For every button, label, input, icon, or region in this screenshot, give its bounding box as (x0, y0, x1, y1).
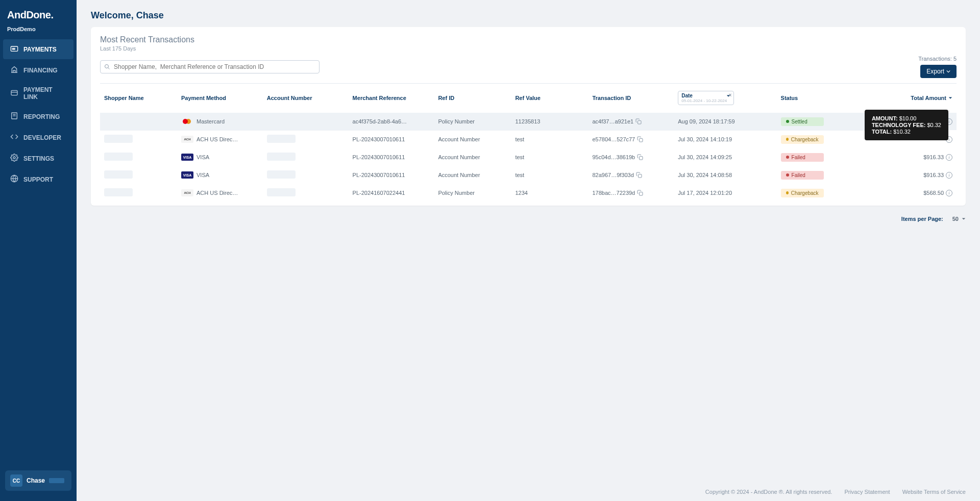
sidebar-item-settings[interactable]: SETTINGS (3, 148, 74, 168)
merchant-ref-value: PL-20241607022441 (349, 184, 434, 202)
info-icon[interactable]: i (946, 190, 952, 196)
globe-icon (10, 174, 18, 184)
status-badge: Settled (781, 117, 824, 126)
status-badge: Chargeback (781, 135, 824, 144)
shopper-redacted (104, 153, 133, 161)
ref-id-value: Policy Number (434, 184, 511, 202)
search-icon (104, 64, 110, 70)
copy-icon[interactable] (636, 172, 642, 178)
date-value: Jul 30, 2024 14:10:19 (674, 131, 776, 148)
sidebar-item-payments[interactable]: PAYMENTS (3, 39, 74, 59)
table-row[interactable]: VISAVISA PL-20243007010611 Account Numbe… (100, 166, 957, 184)
amount-value: $916.33 (923, 172, 944, 178)
svg-rect-15 (640, 157, 643, 160)
copy-icon[interactable] (635, 118, 642, 124)
svg-line-12 (108, 68, 110, 69)
svg-point-2 (14, 48, 15, 49)
date-value: Jul 17, 2024 12:01:20 (674, 184, 776, 202)
export-label: Export (926, 68, 944, 75)
table-row[interactable]: Mastercard ac4f375d-2ab8-4a6… Policy Num… (100, 113, 957, 131)
chevron-down-icon (946, 69, 950, 73)
clear-date-icon[interactable]: × (728, 92, 731, 98)
payment-method-value: Mastercard (197, 118, 225, 124)
copy-icon[interactable] (637, 190, 643, 196)
pager: Items per Page: 50 (77, 206, 980, 232)
col-payment-method[interactable]: Payment Method (177, 84, 263, 113)
terms-link[interactable]: Website Terms of Service (902, 489, 966, 495)
ref-id-value: Account Number (434, 148, 511, 166)
items-per-page-label: Items per Page: (901, 216, 943, 222)
page-title: Welcome, Chase (77, 0, 980, 27)
copy-icon[interactable] (637, 154, 643, 160)
sidebar-item-financing[interactable]: FINANCING (3, 60, 74, 80)
col-ref-id[interactable]: Ref ID (434, 84, 511, 113)
sidebar-item-reporting[interactable]: REPORTING (3, 107, 74, 127)
col-transaction-id[interactable]: Transaction ID (588, 84, 674, 113)
col-shopper[interactable]: Shopper Name (100, 84, 177, 113)
account-redacted (267, 170, 296, 179)
main: Welcome, Chase Most Recent Transactions … (77, 0, 980, 501)
ref-value: 1234 (511, 184, 588, 202)
merchant-ref-value: PL-20243007010611 (349, 131, 434, 148)
table-row[interactable]: ACHACH US Direc… PL-20243007010611 Accou… (100, 131, 957, 148)
table-row[interactable]: ACHACH US Direc… PL-20241607022441 Polic… (100, 184, 957, 202)
ref-value: test (511, 131, 588, 148)
account-redacted (267, 117, 296, 125)
payment-method-value: VISA (197, 172, 209, 178)
sidebar-item-developer[interactable]: DEVELOPER (3, 128, 74, 147)
nav-label: SETTINGS (23, 155, 54, 162)
svg-rect-16 (638, 174, 642, 178)
ref-value: test (511, 166, 588, 184)
col-merchant-ref[interactable]: Merchant Reference (349, 84, 434, 113)
merchant-ref-value: PL-20243007010611 (349, 166, 434, 184)
user-name: Chase (27, 477, 45, 484)
mastercard-icon (181, 118, 193, 125)
col-ref-value[interactable]: Ref Value (511, 84, 588, 113)
amount-value: $568.50 (923, 190, 944, 196)
brand-logo: AndDone. (0, 5, 77, 23)
col-status[interactable]: Status (777, 84, 871, 113)
col-amount-label: Total Amount (911, 95, 946, 101)
search-input[interactable] (100, 60, 320, 73)
ref-value: 11235813 (511, 113, 588, 131)
merchant-ref-value: ac4f375d-2ab8-4a6… (349, 113, 434, 131)
user-mask (49, 478, 64, 483)
code-icon (10, 133, 18, 142)
nav-label: SUPPORT (23, 176, 53, 183)
shopper-redacted (104, 117, 133, 125)
col-date[interactable]: Date × 05-01-2024 - 10-22-2024 (674, 84, 776, 113)
sidebar-item-support[interactable]: SUPPORT (3, 169, 74, 189)
ref-value: test (511, 148, 588, 166)
payment-method-value: VISA (197, 154, 209, 160)
svg-rect-17 (640, 192, 643, 196)
table-row[interactable]: VISAVISA PL-20243007010611 Account Numbe… (100, 148, 957, 166)
amount-value: $916.33 (923, 154, 944, 160)
export-button[interactable]: Export (920, 65, 957, 78)
tx-count: Transactions: 5 (918, 56, 957, 62)
sidebar-item-payment-link[interactable]: PAYMENT LINK (3, 81, 74, 106)
status-badge: Failed (781, 153, 824, 162)
sidebar: AndDone. ProdDemo PAYMENTSFINANCINGPAYME… (0, 0, 77, 501)
date-range-value: 05-01-2024 - 10-22-2024 (681, 98, 730, 103)
caret-down-icon (962, 217, 966, 221)
avatar: CC (10, 474, 22, 487)
info-icon[interactable]: i (946, 154, 952, 161)
copyright: Copyright © 2024 - AndDone ®. All rights… (705, 489, 832, 495)
user-pill[interactable]: CC Chase (5, 470, 71, 491)
link-icon (10, 89, 18, 98)
footer: Copyright © 2024 - AndDone ®. All rights… (77, 483, 980, 501)
col-account-number[interactable]: Account Number (263, 84, 349, 113)
copy-icon[interactable] (637, 136, 643, 142)
items-per-page-select[interactable]: 50 (952, 216, 966, 222)
privacy-link[interactable]: Privacy Statement (844, 489, 890, 495)
shopper-redacted (104, 170, 133, 179)
env-label: ProdDemo (0, 23, 77, 38)
info-icon[interactable]: i (946, 172, 952, 179)
payments-icon (10, 44, 18, 54)
col-total-amount[interactable]: Total Amount (871, 84, 957, 113)
ref-id-value: Account Number (434, 166, 511, 184)
nav-label: FINANCING (23, 67, 58, 74)
nav-label: PAYMENTS (23, 46, 57, 53)
transaction-id-value: 82a967…9f303d (592, 172, 633, 178)
caret-down-icon (948, 96, 952, 100)
